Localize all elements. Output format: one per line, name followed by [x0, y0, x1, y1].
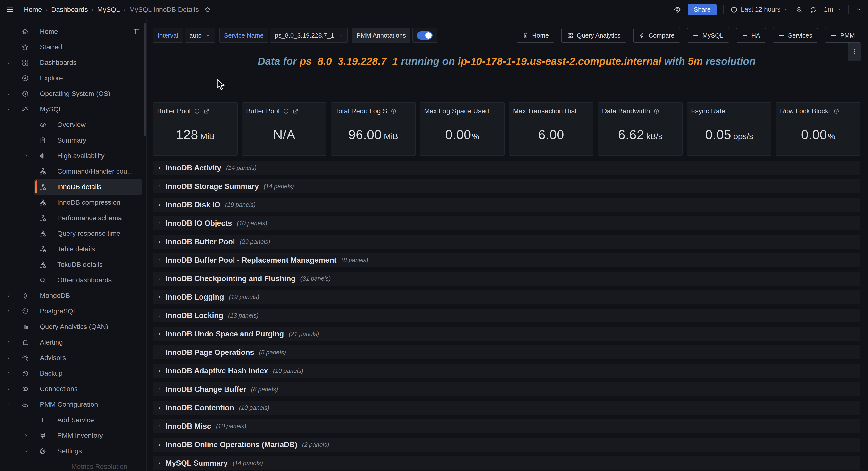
sidebar-item-other-dashboards[interactable]: Other dashboards: [0, 272, 146, 288]
sidebar-item-mysql[interactable]: MySQL: [0, 101, 146, 117]
chevron-right-icon[interactable]: [3, 60, 14, 65]
sidebar-item-pmm-inventory[interactable]: PMM Inventory: [0, 428, 146, 443]
sidebar-item-add-service[interactable]: Add Service: [0, 412, 146, 428]
sidebar-item-innodb-compression[interactable]: InnoDB compression: [0, 195, 146, 210]
stat-panel-header[interactable]: Total Redo Log S: [331, 103, 415, 116]
row-toggle-innodb-logging[interactable]: InnoDB Logging(19 panels): [153, 290, 861, 304]
link-button-ha[interactable]: HA: [736, 28, 766, 43]
chevron-right-icon[interactable]: [3, 340, 14, 345]
chevron-down-icon[interactable]: [21, 449, 32, 453]
sidebar-item-metrics-resolution[interactable]: Metrics Resolution: [0, 459, 146, 471]
row-toggle-innodb-buffer-pool-replacement-management[interactable]: InnoDB Buffer Pool - Replacement Managem…: [153, 253, 861, 267]
refresh-icon[interactable]: [810, 6, 817, 13]
sidebar-item-mongodb[interactable]: MongoDB: [0, 288, 146, 303]
sidebar-scrollbar[interactable]: [144, 23, 146, 137]
row-toggle-innodb-online-operations-mariadb[interactable]: InnoDB Online Operations (MariaDB)(2 pan…: [153, 438, 861, 451]
stat-panel-header[interactable]: Max Log Space Used: [420, 103, 504, 116]
sidebar-item-dashboards[interactable]: Dashboards: [0, 55, 146, 70]
link-button-compare[interactable]: Compare: [633, 28, 680, 43]
sidebar-item-home[interactable]: Home: [0, 24, 146, 39]
sidebar-item-innodb-details[interactable]: InnoDB details: [0, 179, 146, 195]
chevron-right-icon[interactable]: [3, 91, 14, 96]
stat-panel-header[interactable]: Buffer Pool: [153, 103, 238, 116]
sidebar-item-postgresql[interactable]: PostgreSQL: [0, 303, 146, 319]
row-toggle-innodb-misc[interactable]: InnoDB Misc(10 panels): [153, 419, 861, 433]
sidebar-item-command-handler-cou[interactable]: Command/Handler cou...: [0, 164, 146, 179]
chevron-right-icon[interactable]: [3, 309, 14, 314]
link-button-mysql[interactable]: MySQL: [687, 28, 729, 43]
sidebar-item-starred[interactable]: Starred: [0, 39, 146, 55]
row-toggle-innodb-checkpointing-and-flushing[interactable]: InnoDB Checkpointing and Flushing(31 pan…: [153, 272, 861, 286]
row-toggle-innodb-disk-io[interactable]: InnoDB Disk IO(19 panels): [153, 198, 861, 212]
sidebar-item-backup[interactable]: Backup: [0, 365, 146, 381]
row-toggle-innodb-locking[interactable]: InnoDB Locking(13 panels): [153, 308, 861, 322]
chevron-down-icon[interactable]: [3, 402, 14, 407]
stat-panel-header[interactable]: Row Lock Blocki: [776, 103, 860, 116]
row-toggle-innodb-activity[interactable]: InnoDB Activity(14 panels): [153, 161, 861, 175]
sidebar-item-performance-schema[interactable]: Performance schema: [0, 210, 146, 226]
row-toggle-innodb-page-operations[interactable]: InnoDB Page Operations(5 panels): [153, 346, 861, 359]
zoom-out-icon[interactable]: [796, 6, 803, 13]
external-link-icon[interactable]: [204, 108, 210, 114]
sidebar-item-query-analytics-qan[interactable]: Query Analytics (QAN): [0, 319, 146, 334]
share-button[interactable]: Share: [688, 4, 716, 15]
external-link-icon[interactable]: [292, 108, 299, 114]
chevron-right-icon[interactable]: [21, 153, 32, 158]
link-button-pmm[interactable]: PMM: [825, 28, 861, 43]
toggle-switch[interactable]: [417, 31, 433, 39]
chevron-right-icon[interactable]: [21, 433, 32, 438]
collapse-topbar-chevron-up-icon[interactable]: [856, 6, 862, 13]
link-button-home[interactable]: Home: [517, 28, 554, 43]
refresh-interval-picker[interactable]: 1m: [824, 6, 841, 13]
sidebar-item-high-availability[interactable]: High availability: [0, 148, 146, 164]
chevron-right-icon[interactable]: [3, 386, 14, 391]
row-toggle-innodb-io-objects[interactable]: InnoDB IO Objects(10 panels): [153, 216, 861, 230]
info-icon[interactable]: [653, 108, 659, 114]
pmm-annotations-toggle[interactable]: [412, 28, 437, 43]
row-toggle-innodb-buffer-pool[interactable]: InnoDB Buffer Pool(29 panels): [153, 235, 861, 248]
row-toggle-innodb-storage-summary[interactable]: InnoDB Storage Summary(14 panels): [153, 179, 861, 193]
sidebar-item-explore[interactable]: Explore: [0, 70, 146, 86]
stat-panel-header[interactable]: Max Transaction Hist: [509, 103, 593, 116]
menu-toggle-icon[interactable]: [6, 6, 14, 13]
service-name-select[interactable]: ps_8.0_3.19.228.7_1: [270, 28, 347, 43]
info-icon[interactable]: [283, 108, 289, 114]
chevron-right-icon[interactable]: [3, 371, 14, 376]
sidebar-item-connections[interactable]: Connections: [0, 381, 146, 397]
chevron-right-icon[interactable]: [3, 293, 14, 298]
info-icon[interactable]: [194, 108, 200, 114]
sidebar-item-tokudb-details[interactable]: TokuDB details: [0, 257, 146, 272]
row-toggle-innodb-adaptive-hash-index[interactable]: InnoDB Adaptive Hash Index(10 panels): [153, 364, 861, 378]
interval-select[interactable]: auto: [185, 28, 215, 43]
breadcrumb-item-dashboards[interactable]: Dashboards: [51, 6, 88, 13]
sidebar-item-query-response-time[interactable]: Query response time: [0, 226, 146, 241]
sidebar-item-settings[interactable]: Settings: [0, 443, 146, 459]
row-toggle-mysql-summary[interactable]: MySQL Summary(14 panels): [153, 456, 861, 470]
chevron-right-icon[interactable]: [3, 355, 14, 360]
breadcrumb-item-mysql-innodb-details[interactable]: MySQL InnoDB Details: [129, 6, 199, 13]
sidebar-item-operating-system-os[interactable]: Operating System (OS): [0, 86, 146, 101]
sidebar-item-pmm-configuration[interactable]: PMM Configuration: [0, 397, 146, 412]
breadcrumb-item-home[interactable]: Home: [24, 6, 42, 13]
sidebar-item-overview[interactable]: Overview: [0, 117, 146, 133]
row-toggle-innodb-undo-space-and-purging[interactable]: InnoDB Undo Space and Purging(21 panels): [153, 327, 861, 341]
dashboard-settings-gear-icon[interactable]: [673, 6, 681, 13]
stat-panel-header[interactable]: Fsync Rate: [687, 103, 771, 116]
time-range-picker[interactable]: Last 12 hours: [731, 6, 789, 13]
dock-menu-icon[interactable]: [133, 28, 140, 35]
link-button-query-analytics[interactable]: Query Analytics: [561, 28, 626, 43]
info-icon[interactable]: [833, 108, 839, 114]
breadcrumb-item-mysql[interactable]: MySQL: [97, 6, 120, 13]
stat-panel-header[interactable]: Data Bandwidth: [598, 103, 682, 116]
stat-panel-header[interactable]: Buffer Pool: [242, 103, 327, 116]
chevron-down-icon[interactable]: [3, 107, 14, 112]
sidebar-item-summary[interactable]: Summary: [0, 133, 146, 148]
row-toggle-innodb-change-buffer[interactable]: InnoDB Change Buffer(8 panels): [153, 382, 861, 396]
panel-menu-kebab-icon[interactable]: [848, 42, 861, 61]
sidebar-item-advisors[interactable]: Advisors: [0, 350, 146, 365]
link-button-services[interactable]: Services: [773, 28, 818, 43]
info-icon[interactable]: [391, 108, 397, 114]
sidebar-item-alerting[interactable]: Alerting: [0, 334, 146, 350]
favorite-star-icon[interactable]: [204, 6, 211, 13]
sidebar-item-table-details[interactable]: Table details: [0, 241, 146, 257]
